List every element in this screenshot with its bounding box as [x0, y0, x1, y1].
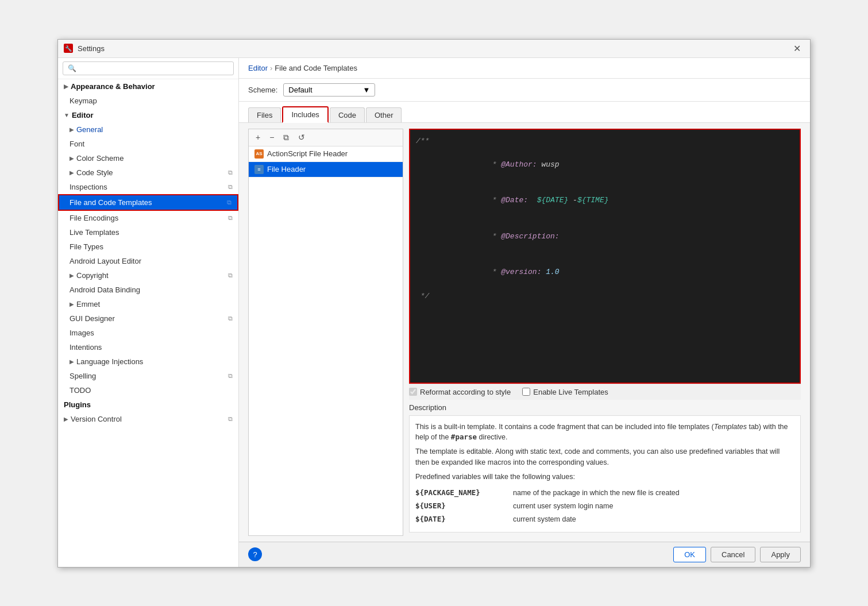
search-field[interactable] [79, 64, 229, 72]
window-title: Settings [78, 44, 105, 53]
sidebar-item-android-layout-editor[interactable]: Android Layout Editor [58, 254, 238, 268]
bottom-bar: ? OK Cancel Apply [239, 542, 810, 567]
copy-icon: ⧉ [228, 315, 233, 322]
scheme-row: Scheme: Default ▼ [239, 79, 810, 102]
sidebar-item-label: Plugins [64, 400, 91, 409]
var-name-package: ${PACKAGE_NAME} [415, 488, 501, 499]
add-button[interactable]: + [252, 132, 264, 143]
sidebar-item-language-injections[interactable]: ▶ Language Injections [58, 354, 238, 369]
cancel-button[interactable]: Cancel [711, 547, 755, 562]
arrow-icon: ▶ [70, 155, 74, 161]
reformat-label: Reformat according to style [420, 388, 511, 396]
remove-button[interactable]: − [266, 132, 277, 143]
sidebar-item-label: Version Control [71, 415, 122, 423]
code-line-6: */ [416, 291, 794, 303]
template-item-actionscript[interactable]: AS ActionScript File Header [249, 146, 403, 162]
sidebar-item-code-style[interactable]: ▶ Code Style ⧉ [58, 165, 238, 180]
sidebar-item-spelling[interactable]: Spelling ⧉ [58, 369, 238, 383]
reset-button[interactable]: ↺ [295, 132, 308, 143]
sidebar: 🔍 ▶ Appearance & Behavior Keymap ▼ Edito [58, 58, 239, 567]
scheme-select[interactable]: Default ▼ [283, 83, 375, 97]
reformat-checkbox[interactable] [409, 388, 417, 396]
tab-other[interactable]: Other [366, 107, 402, 122]
code-editor[interactable]: /** * @Author: wusp * @Date: ${DATE} -${… [409, 129, 801, 384]
arrow-icon: ▶ [70, 169, 74, 176]
chevron-down-icon: ▼ [362, 86, 370, 94]
sidebar-item-label: Code Style [76, 168, 113, 177]
sidebar-item-appearance[interactable]: ▶ Appearance & Behavior [58, 79, 238, 94]
sidebar-item-emmet[interactable]: ▶ Emmet [58, 297, 238, 311]
arrow-icon: ▼ [64, 112, 70, 118]
close-button[interactable]: ✕ [790, 42, 804, 55]
search-icon: 🔍 [68, 64, 76, 72]
sidebar-item-label: Copyright [76, 271, 109, 280]
tab-code[interactable]: Code [330, 107, 365, 122]
tab-files[interactable]: Files [248, 107, 281, 122]
sidebar-item-font[interactable]: Font [58, 137, 238, 151]
sidebar-item-images[interactable]: Images [58, 326, 238, 340]
title-bar: 🔧 Settings ✕ [58, 40, 810, 58]
sidebar-item-label: Keymap [70, 97, 97, 105]
app-icon: 🔧 [64, 44, 73, 53]
template-list: AS ActionScript File Header ≡ File Heade… [249, 146, 403, 535]
ok-button[interactable]: OK [673, 547, 706, 562]
sidebar-item-gui-designer[interactable]: GUI Designer ⧉ [58, 311, 238, 326]
sidebar-item-file-and-code-templates[interactable]: File and Code Templates ⧉ [58, 194, 238, 211]
sidebar-item-todo[interactable]: TODO [58, 383, 238, 397]
desc-para-3: Predefined variables will take the follo… [415, 472, 794, 483]
desc-para-2: The template is editable. Along with sta… [415, 446, 794, 468]
sidebar-item-keymap[interactable]: Keymap [58, 94, 238, 108]
code-line-1: /** [416, 136, 794, 148]
live-templates-label: Enable Live Templates [533, 388, 608, 396]
code-line-5: * @version: 1.0 [416, 254, 794, 290]
sidebar-item-plugins[interactable]: Plugins [58, 397, 238, 412]
desc-parse-directive: #parse [451, 433, 477, 441]
desc-italic-templates: Templates [714, 423, 747, 431]
copy-icon: ⧉ [228, 214, 233, 222]
copy-icon: ⧉ [227, 199, 232, 206]
copy-button[interactable]: ⧉ [280, 132, 292, 144]
code-line-4: * @Description: [416, 219, 794, 254]
sidebar-item-editor[interactable]: ▼ Editor [58, 108, 238, 122]
desc-para-1: This is a built-in template. It contains… [415, 422, 794, 443]
tab-includes[interactable]: Includes [282, 106, 328, 123]
editor-panel: /** * @Author: wusp * @Date: ${DATE} -${… [409, 129, 801, 536]
sidebar-item-file-encodings[interactable]: File Encodings ⧉ [58, 211, 238, 225]
sidebar-item-android-data-binding[interactable]: Android Data Binding [58, 283, 238, 297]
help-button[interactable]: ? [248, 547, 262, 561]
tabs-row: Files Includes Code Other [239, 102, 810, 123]
var-row-date: ${DATE} current system date [415, 513, 794, 526]
sidebar-item-version-control[interactable]: ▶ Version Control ⧉ [58, 412, 238, 426]
sidebar-item-intentions[interactable]: Intentions [58, 340, 238, 354]
var-name-date: ${DATE} [415, 514, 501, 525]
live-templates-checkbox-row: Enable Live Templates [522, 388, 608, 396]
main-content: Editor › File and Code Templates Scheme:… [239, 58, 810, 567]
sidebar-item-live-templates[interactable]: Live Templates [58, 225, 238, 240]
reformat-checkbox-row: Reformat according to style [409, 388, 511, 396]
scheme-value: Default [288, 86, 312, 94]
file-header-template-icon: ≡ [254, 165, 264, 174]
apply-button[interactable]: Apply [760, 547, 801, 562]
sidebar-item-inspections[interactable]: Inspections ⧉ [58, 180, 238, 194]
vars-table: ${PACKAGE_NAME} name of the package in w… [415, 487, 794, 526]
sidebar-item-label: Live Templates [70, 228, 119, 237]
live-templates-checkbox[interactable] [522, 388, 530, 396]
sidebar-item-general[interactable]: ▶ General [58, 122, 238, 137]
var-desc-user: current user system login name [513, 501, 613, 512]
search-input-wrapper[interactable]: 🔍 [63, 61, 234, 75]
arrow-icon: ▶ [70, 301, 74, 307]
template-item-file-header[interactable]: ≡ File Header [249, 162, 403, 177]
description-title: Description [409, 403, 801, 412]
panel: + − ⧉ ↺ AS ActionScript File Heade [239, 123, 810, 542]
sidebar-item-label: Language Injections [76, 357, 143, 366]
bottom-bar-right: OK Cancel Apply [673, 547, 801, 562]
search-bar: 🔍 [58, 58, 238, 79]
var-name-user: ${USER} [415, 501, 501, 512]
sidebar-item-file-types[interactable]: File Types [58, 240, 238, 254]
sidebar-item-color-scheme[interactable]: ▶ Color Scheme [58, 151, 238, 165]
sidebar-item-copyright[interactable]: ▶ Copyright ⧉ [58, 268, 238, 283]
copy-icon: ⧉ [228, 272, 233, 279]
sidebar-item-label: General [76, 125, 103, 134]
sidebar-item-label: Inspections [70, 183, 107, 191]
arrow-icon: ▶ [64, 83, 68, 90]
